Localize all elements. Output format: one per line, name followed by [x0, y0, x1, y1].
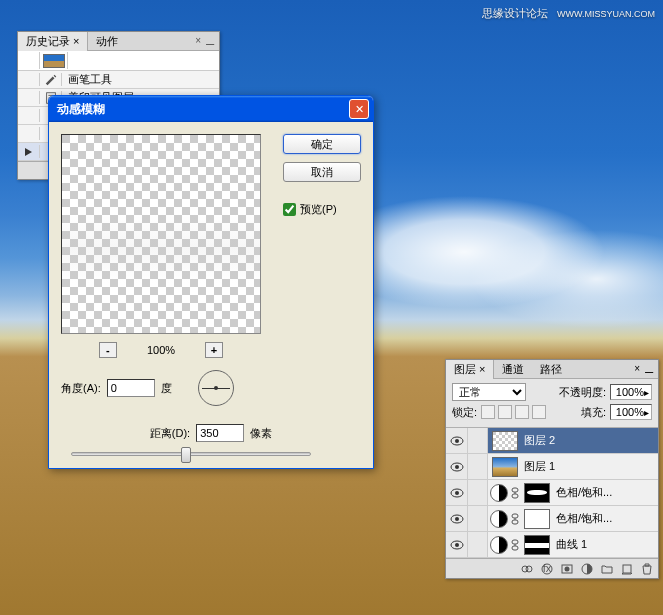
link-col[interactable]: [468, 480, 488, 505]
dialog-titlebar[interactable]: 动感模糊 ✕: [49, 96, 373, 122]
preview-checkbox[interactable]: [283, 203, 296, 216]
layer-row[interactable]: 色相/饱和...: [446, 506, 658, 532]
zoom-percent: 100%: [147, 344, 175, 356]
dialog-title: 动感模糊: [57, 101, 349, 118]
angle-input[interactable]: [107, 379, 155, 397]
angle-row: 角度(A): 度: [61, 370, 361, 406]
link-icon: [510, 539, 520, 551]
mask-thumbnail[interactable]: [524, 509, 550, 529]
link-col[interactable]: [468, 506, 488, 531]
distance-unit: 像素: [250, 426, 272, 441]
zoom-out-button[interactable]: -: [99, 342, 117, 358]
link-col[interactable]: [468, 428, 488, 453]
tab-paths[interactable]: 路径: [532, 360, 570, 379]
preview-checkbox-row[interactable]: 预览(P): [283, 202, 361, 217]
fill-value[interactable]: 100% ▸: [610, 404, 652, 420]
close-icon[interactable]: ✕: [349, 99, 369, 119]
lock-label: 锁定:: [452, 405, 477, 420]
opacity-label: 不透明度:: [559, 385, 606, 400]
distance-row: 距离(D): 像素: [61, 424, 361, 442]
tab-layers[interactable]: 图层 ×: [446, 360, 494, 379]
visibility-toggle[interactable]: [446, 454, 468, 479]
group-icon[interactable]: [600, 562, 614, 576]
layers-panel: 图层 × 通道 路径 × _ 正常 不透明度: 100% ▸ 锁定: 填充: 1…: [445, 359, 659, 579]
panel-close-icon[interactable]: ×: [634, 363, 640, 374]
history-tabs: 历史记录 × 动作 × _: [18, 32, 219, 51]
blend-mode-select[interactable]: 正常: [452, 383, 526, 401]
layer-name[interactable]: 色相/饱和...: [554, 511, 612, 526]
tab-actions[interactable]: 动作: [88, 32, 126, 51]
tab-history[interactable]: 历史记录 ×: [18, 32, 88, 51]
lock-position-icon[interactable]: [515, 405, 529, 419]
visibility-toggle[interactable]: [446, 480, 468, 505]
panel-close-icon[interactable]: ×: [195, 35, 201, 46]
cancel-button[interactable]: 取消: [283, 162, 361, 182]
distance-slider[interactable]: [71, 452, 311, 456]
layer-row[interactable]: 图层 2: [446, 428, 658, 454]
link-col[interactable]: [468, 532, 488, 557]
svg-rect-18: [512, 520, 518, 524]
layer-mask-icon[interactable]: [560, 562, 574, 576]
layer-name[interactable]: 曲线 1: [554, 537, 587, 552]
adjustment-layer-icon[interactable]: [580, 562, 594, 576]
snapshot-col: [18, 52, 40, 69]
history-item[interactable]: 画笔工具: [18, 71, 219, 89]
layers-footer: fx: [446, 558, 658, 578]
tab-channels[interactable]: 通道: [494, 360, 532, 379]
visibility-toggle[interactable]: [446, 428, 468, 453]
fill-label: 填充:: [581, 405, 606, 420]
panel-minimize-icon[interactable]: _: [645, 357, 653, 373]
layer-thumbnail[interactable]: [492, 457, 518, 477]
layer-name[interactable]: 色相/饱和...: [554, 485, 612, 500]
zoom-in-button[interactable]: +: [205, 342, 223, 358]
svg-text:fx: fx: [543, 562, 552, 574]
link-col[interactable]: [468, 454, 488, 479]
layer-thumbnail[interactable]: [492, 431, 518, 451]
lock-pixels-icon[interactable]: [498, 405, 512, 419]
trash-icon[interactable]: [640, 562, 654, 576]
layer-name[interactable]: 图层 2: [522, 433, 555, 448]
watermark-text: 思缘设计论坛: [482, 7, 548, 19]
adjustment-icon: [490, 484, 508, 502]
watermark: 思缘设计论坛 WWW.MISSYUAN.COM: [482, 6, 655, 21]
link-layers-icon[interactable]: [520, 562, 534, 576]
svg-point-11: [455, 491, 459, 495]
visibility-toggle[interactable]: [446, 506, 468, 531]
svg-rect-12: [512, 488, 518, 492]
link-icon: [510, 487, 520, 499]
opacity-value[interactable]: 100% ▸: [610, 384, 652, 400]
mask-thumbnail[interactable]: [524, 535, 550, 555]
lock-icons: [481, 405, 546, 419]
dialog-buttons: 确定 取消 预览(P): [283, 134, 361, 217]
svg-point-26: [526, 566, 532, 572]
visibility-toggle[interactable]: [446, 532, 468, 557]
history-item-label: 画笔工具: [62, 72, 112, 87]
history-marker-col: [18, 91, 40, 104]
angle-dial[interactable]: [198, 370, 234, 406]
brush-icon: [40, 73, 62, 86]
lock-transparent-icon[interactable]: [481, 405, 495, 419]
history-snapshot-row[interactable]: [18, 51, 219, 71]
svg-point-30: [565, 566, 570, 571]
svg-rect-13: [512, 494, 518, 498]
svg-point-21: [455, 543, 459, 547]
distance-input[interactable]: [196, 424, 244, 442]
svg-rect-17: [512, 514, 518, 518]
layer-style-icon[interactable]: fx: [540, 562, 554, 576]
svg-rect-23: [512, 546, 518, 550]
layer-name[interactable]: 图层 1: [522, 459, 555, 474]
new-layer-icon[interactable]: [620, 562, 634, 576]
panel-minimize-icon[interactable]: _: [206, 29, 214, 45]
preview-blur-effect: [62, 214, 260, 283]
ok-button[interactable]: 确定: [283, 134, 361, 154]
layer-row[interactable]: 曲线 1: [446, 532, 658, 558]
adjustment-icon: [490, 510, 508, 528]
layer-row[interactable]: 色相/饱和...: [446, 480, 658, 506]
layer-row[interactable]: 图层 1: [446, 454, 658, 480]
layers-controls: 正常 不透明度: 100% ▸ 锁定: 填充: 100% ▸: [446, 379, 658, 428]
lock-all-icon[interactable]: [532, 405, 546, 419]
preview-area[interactable]: [61, 134, 261, 334]
slider-thumb[interactable]: [181, 447, 191, 463]
angle-unit: 度: [161, 381, 172, 396]
mask-thumbnail[interactable]: [524, 483, 550, 503]
